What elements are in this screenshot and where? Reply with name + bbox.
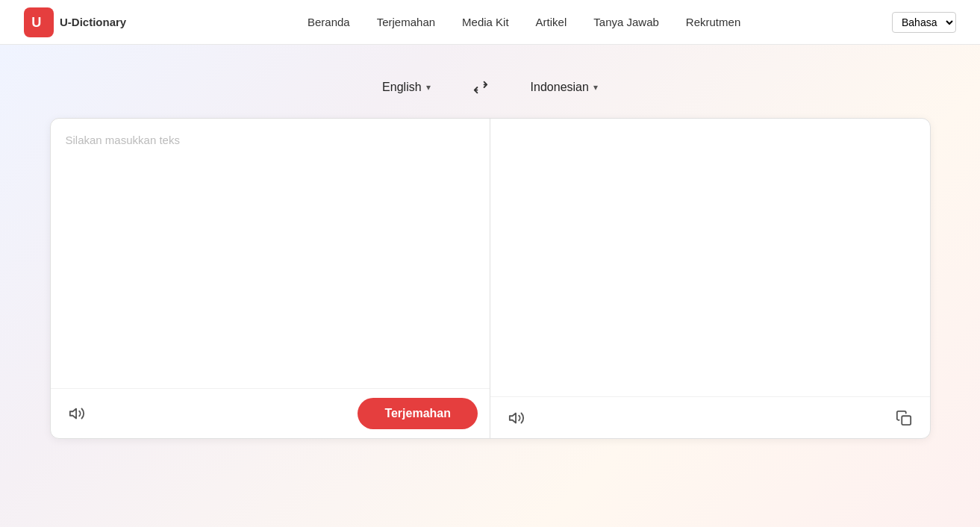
copy-icon: [896, 410, 912, 426]
nav-artikel[interactable]: Artikel: [536, 16, 567, 28]
source-panel-footer: Terjemahan: [51, 388, 490, 438]
lang-switcher: English ▾ Indonesian ▾: [375, 75, 605, 100]
svg-marker-1: [69, 409, 75, 419]
nav-rekrutmen[interactable]: Rekrutmen: [686, 16, 740, 28]
nav-links: Beranda Terjemahan Media Kit Artikel Tan…: [156, 16, 892, 28]
translation-container: Terjemahan: [50, 118, 931, 439]
target-lang-button[interactable]: Indonesian ▾: [523, 76, 605, 99]
source-speaker-icon: [69, 405, 85, 422]
navbar: U U-Dictionary Beranda Terjemahan Media …: [0, 0, 980, 45]
language-select[interactable]: Bahasa English: [892, 12, 956, 33]
nav-terjemahan[interactable]: Terjemahan: [377, 16, 435, 28]
target-text-output: [490, 119, 930, 396]
svg-text:U: U: [31, 14, 41, 29]
source-panel: Terjemahan: [51, 119, 491, 438]
logo-icon: U: [24, 7, 54, 37]
source-lang-label: English: [382, 81, 421, 94]
svg-marker-2: [510, 413, 516, 422]
nav-beranda[interactable]: Beranda: [308, 16, 350, 28]
translate-button[interactable]: Terjemahan: [358, 398, 478, 429]
target-speaker-button[interactable]: [502, 407, 531, 429]
target-speaker-icon: [508, 410, 525, 426]
copy-button[interactable]: [890, 407, 918, 429]
target-lang-chevron-icon: ▾: [593, 82, 598, 93]
swap-languages-button[interactable]: [468, 75, 493, 100]
source-lang-button[interactable]: English ▾: [375, 76, 437, 99]
target-panel-footer: [490, 396, 930, 438]
main-content: English ▾ Indonesian ▾: [0, 45, 980, 527]
source-speaker-button[interactable]: [63, 402, 91, 425]
source-text-input[interactable]: [51, 119, 490, 388]
target-panel: [490, 119, 930, 438]
svg-rect-3: [902, 416, 911, 425]
nav-tanya-jawab[interactable]: Tanya Jawab: [593, 16, 659, 28]
target-lang-label: Indonesian: [531, 81, 589, 94]
logo-text: U-Dictionary: [60, 16, 126, 28]
nav-media-kit[interactable]: Media Kit: [462, 16, 509, 28]
source-lang-chevron-icon: ▾: [426, 82, 431, 93]
logo-area: U U-Dictionary: [24, 7, 126, 37]
swap-icon: [472, 79, 489, 96]
